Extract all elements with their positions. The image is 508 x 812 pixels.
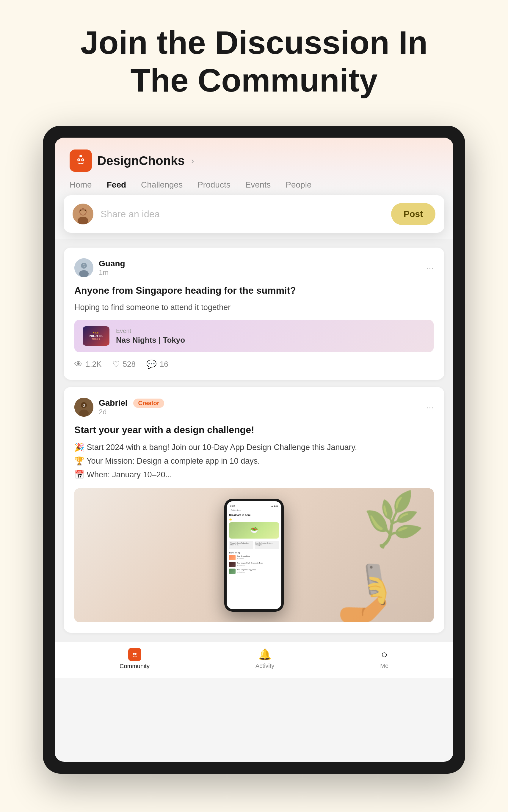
- post-title: Start your year with a design challenge!: [74, 423, 434, 437]
- post-header: G Gabriel Creator 2d: [74, 398, 434, 417]
- list-item: Best Vegan Energy Bars✦ @miniany: [229, 569, 279, 574]
- svg-point-12: [79, 270, 89, 277]
- phone-link-item: A Vegan's Guide To London: Where To G...: [229, 541, 253, 549]
- post-body: Hoping to find someone to attend it toge…: [74, 301, 434, 314]
- chevron-right-icon: ›: [191, 156, 194, 165]
- phone-mockup: 2:22 ▲ ◆ ■ ‹ Collections Breakfast is he…: [224, 499, 284, 612]
- list-text: Best Vegan Energy Bars✦ @miniany: [237, 569, 256, 574]
- phone-hero-image: [229, 522, 279, 538]
- list-thumb: [229, 569, 236, 574]
- post-header: G Guang 1m ···: [74, 258, 434, 277]
- phone-link-item: Best Coffeeshop Orders in Singapore: [255, 541, 279, 549]
- post-image: 🌿 2:22 ▲ ◆ ■ ‹ Collections Breakfast is …: [74, 488, 434, 622]
- svg-point-16: [79, 410, 89, 417]
- svg-point-3: [78, 159, 79, 160]
- phone-heading: Breakfast is here: [229, 514, 279, 517]
- current-user-avatar: [73, 204, 93, 225]
- page-title: Join the Discussion In The Community: [80, 24, 427, 99]
- svg-point-4: [82, 159, 83, 160]
- post-button[interactable]: Post: [391, 203, 435, 225]
- tablet-device: DesignChonks › Home Feed Challenges Prod…: [43, 126, 465, 774]
- more-options-icon[interactable]: ···: [426, 402, 434, 412]
- share-bar: Share an idea Post: [64, 195, 444, 233]
- likes-stat[interactable]: ♡ 528: [113, 359, 136, 369]
- event-name: Nas Nights | Tokyo: [116, 336, 185, 345]
- post-body-line-3: 📅 When: January 10–20...: [74, 468, 434, 482]
- more-options-icon[interactable]: ···: [426, 263, 434, 273]
- post-stats: 👁 1.2K ♡ 528 💬 16: [74, 359, 434, 369]
- list-text: Best Snack Bars✦ @friend: [237, 555, 250, 560]
- bottom-nav-activity[interactable]: 🔔 Activity: [255, 648, 274, 669]
- event-card[interactable]: NAS NIGHTS TOKYO Event Nas Nights | Toky…: [74, 320, 434, 352]
- list-item: Best Vegan Dark Chocolate Bars✦ @miniany: [229, 562, 279, 567]
- event-info: Event Nas Nights | Tokyo: [116, 328, 185, 345]
- likes-count: 528: [123, 360, 136, 369]
- tab-home[interactable]: Home: [70, 180, 92, 196]
- app-brand: DesignChonks ›: [70, 149, 438, 172]
- bottom-nav-community[interactable]: Community: [120, 648, 150, 670]
- post-author-name: Gabriel: [99, 398, 127, 408]
- post-body-line-2: 🏆 Your Mission: Design a complete app in…: [74, 455, 434, 468]
- bottom-nav-me[interactable]: ○ Me: [380, 648, 388, 669]
- app-name: DesignChonks: [97, 154, 185, 168]
- svg-text:G: G: [82, 264, 85, 268]
- app-header: DesignChonks › Home Feed Challenges Prod…: [55, 138, 453, 196]
- hand-decoration: 🤳: [326, 557, 403, 622]
- avatar: G: [74, 398, 93, 417]
- post-author-info: G Gabriel Creator 2d: [74, 398, 164, 417]
- post-card: G Guang 1m ··· Anyone from Singapore hea…: [64, 248, 444, 380]
- post-body: 🎉 Start 2024 with a bang! Join our 10-Da…: [74, 441, 434, 482]
- post-body-line-1: 🎉 Start 2024 with a bang! Join our 10-Da…: [74, 441, 434, 455]
- tab-feed[interactable]: Feed: [107, 180, 126, 196]
- phone-status-bar: 2:22 ▲ ◆ ■: [229, 505, 279, 507]
- list-text: Best Vegan Dark Chocolate Bars✦ @miniany: [237, 562, 263, 567]
- list-thumb: [229, 562, 236, 567]
- tab-people[interactable]: People: [286, 180, 311, 196]
- comments-count: 16: [160, 360, 168, 369]
- phone-nav: ‹ Collections: [229, 509, 279, 511]
- list-item: Best Snack Bars✦ @friend: [229, 555, 279, 560]
- post-author-info: G Guang 1m: [74, 258, 125, 277]
- bottom-nav: Community 🔔 Activity ○ Me: [55, 642, 453, 678]
- post-title: Anyone from Singapore heading for the su…: [74, 284, 434, 297]
- tab-events[interactable]: Events: [245, 180, 271, 196]
- tablet-screen: DesignChonks › Home Feed Challenges Prod…: [55, 138, 453, 762]
- app-logo-icon: [70, 149, 92, 172]
- post-time: 1m: [99, 269, 125, 277]
- event-label: Event: [116, 328, 185, 334]
- nav-tabs: Home Feed Challenges Products Events Peo…: [70, 180, 438, 196]
- bottom-nav-label: Activity: [255, 663, 274, 669]
- svg-rect-5: [79, 155, 82, 157]
- feed-content: G Guang 1m ··· Anyone from Singapore hea…: [55, 239, 453, 642]
- bottom-nav-label: Me: [380, 663, 388, 669]
- views-icon: 👁: [74, 359, 83, 369]
- event-thumbnail: NAS NIGHTS TOKYO: [83, 326, 110, 346]
- comments-stat[interactable]: 💬 16: [146, 359, 168, 369]
- share-input[interactable]: Share an idea: [100, 209, 384, 220]
- post-card: G Gabriel Creator 2d: [64, 387, 444, 632]
- list-thumb: [229, 555, 236, 560]
- svg-text:G: G: [82, 403, 85, 408]
- community-icon: [128, 648, 141, 661]
- svg-point-20: [135, 653, 136, 655]
- bottom-nav-label: Community: [120, 663, 150, 670]
- phone-links-row: A Vegan's Guide To London: Where To G...…: [229, 541, 279, 549]
- phone-screen: 2:22 ▲ ◆ ■ ‹ Collections Breakfast is he…: [227, 501, 281, 609]
- tab-challenges[interactable]: Challenges: [141, 180, 183, 196]
- activity-icon: 🔔: [258, 648, 271, 661]
- phone-section-title: Bars To Try: [229, 552, 279, 554]
- post-time: 2d: [99, 408, 164, 416]
- svg-point-19: [133, 653, 135, 655]
- me-icon: ○: [381, 648, 387, 661]
- avatar: G: [74, 258, 93, 277]
- post-author-name: Guang: [99, 259, 125, 269]
- creator-badge: Creator: [133, 398, 164, 408]
- views-count: 1.2K: [86, 360, 102, 369]
- heart-icon: ♡: [113, 359, 120, 369]
- views-stat: 👁 1.2K: [74, 359, 102, 369]
- tab-products[interactable]: Products: [198, 180, 230, 196]
- comment-icon: 💬: [146, 359, 157, 369]
